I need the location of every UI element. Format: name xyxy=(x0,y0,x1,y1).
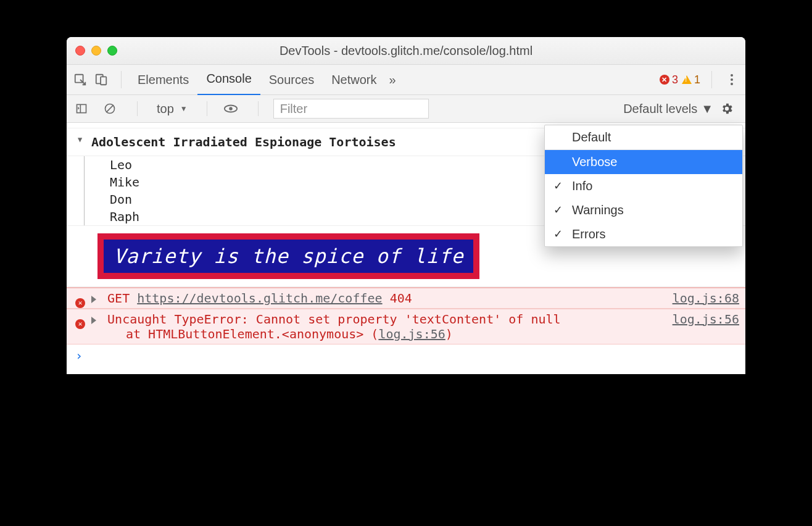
dropdown-item-verbose[interactable]: Verbose xyxy=(545,150,742,174)
dropdown-item-info[interactable]: ✓ Info xyxy=(545,174,742,198)
traffic-lights xyxy=(75,46,117,56)
warning-count-badge[interactable]: 1 xyxy=(682,73,700,86)
dropdown-item-warnings[interactable]: ✓ Warnings xyxy=(545,198,742,222)
svg-point-7 xyxy=(229,107,233,111)
expand-triangle-icon[interactable] xyxy=(91,317,96,324)
error-count-badge[interactable]: ✕ 3 xyxy=(660,73,678,86)
sidebar-toggle-icon[interactable] xyxy=(73,100,90,117)
styled-message: Variety is the spice of life xyxy=(97,233,479,279)
dropdown-label: Warnings xyxy=(572,203,624,217)
error-icon: ✕ xyxy=(75,293,85,308)
console-error-row[interactable]: ✕ Uncaught TypeError: Cannot set propert… xyxy=(67,309,745,344)
levels-label: Default levels xyxy=(623,102,697,116)
log-levels-selector[interactable]: Default levels ▼ xyxy=(623,102,713,116)
http-status: 404 xyxy=(390,291,412,306)
dropdown-label: Default xyxy=(572,130,611,144)
chevron-down-icon: ▼ xyxy=(180,104,188,113)
clear-console-icon[interactable] xyxy=(101,100,118,117)
prompt-chevron-icon: › xyxy=(75,348,83,363)
filter-placeholder: Filter xyxy=(280,102,307,116)
tab-elements[interactable]: Elements xyxy=(129,65,197,94)
minimize-window-button[interactable] xyxy=(91,46,101,56)
group-title: Adolescent Irradiated Espionage Tortoise… xyxy=(91,135,396,149)
console-error-row[interactable]: ✕ GET https://devtools.glitch.me/coffee … xyxy=(67,287,745,309)
check-icon: ✓ xyxy=(553,227,563,241)
console-prompt[interactable]: › xyxy=(67,344,745,374)
warning-count: 1 xyxy=(694,73,700,86)
device-toolbar-icon[interactable] xyxy=(93,71,110,88)
chevron-down-icon: ▼ xyxy=(701,102,713,116)
inspect-element-icon[interactable] xyxy=(72,71,89,88)
request-url[interactable]: https://devtools.glitch.me/coffee xyxy=(137,291,382,306)
context-selector[interactable]: top ▼ xyxy=(152,100,192,118)
error-message: Uncaught TypeError: Cannot set property … xyxy=(107,312,561,327)
warning-icon xyxy=(682,75,692,84)
titlebar: DevTools - devtools.glitch.me/console/lo… xyxy=(67,37,745,65)
log-levels-dropdown: Default Verbose ✓ Info ✓ Warnings ✓ Erro… xyxy=(544,125,743,247)
error-count: 3 xyxy=(672,73,678,86)
error-icon: ✕ xyxy=(75,314,85,329)
svg-line-5 xyxy=(106,105,114,112)
tab-network[interactable]: Network xyxy=(323,65,385,94)
tab-sources[interactable]: Sources xyxy=(260,65,323,94)
console-toolbar: top ▼ Filter Default levels ▼ Default xyxy=(67,95,745,123)
dropdown-item-errors[interactable]: ✓ Errors xyxy=(545,222,742,246)
live-expression-icon[interactable] xyxy=(222,100,239,117)
devtools-window: DevTools - devtools.glitch.me/console/lo… xyxy=(67,37,745,374)
source-link[interactable]: log.js:56 xyxy=(673,312,739,327)
main-tabs: Elements Console Sources Network » ✕ 3 1 xyxy=(67,65,745,95)
more-options-button[interactable] xyxy=(723,74,740,85)
context-value: top xyxy=(157,102,174,116)
svg-rect-2 xyxy=(101,77,106,85)
tabs-overflow[interactable]: » xyxy=(386,65,400,94)
tab-console[interactable]: Console xyxy=(197,64,260,96)
stack-link[interactable]: log.js:56 xyxy=(378,327,445,341)
dropdown-label: Info xyxy=(572,179,592,193)
settings-gear-icon[interactable] xyxy=(718,100,735,117)
expand-triangle-icon[interactable] xyxy=(91,296,96,303)
dropdown-item-default[interactable]: Default xyxy=(545,125,742,150)
check-icon: ✓ xyxy=(553,179,563,193)
error-icon: ✕ xyxy=(660,75,669,85)
source-link[interactable]: log.js:68 xyxy=(673,291,739,306)
disclosure-triangle-icon[interactable]: ▼ xyxy=(78,133,82,147)
http-method: GET xyxy=(107,291,130,306)
dropdown-label: Verbose xyxy=(572,155,617,169)
dropdown-label: Errors xyxy=(572,227,605,241)
filter-input[interactable]: Filter xyxy=(273,99,429,119)
stack-frame: at HTMLButtonElement.<anonymous> (log.js… xyxy=(91,327,453,341)
check-icon: ✓ xyxy=(553,203,563,217)
window-title: DevTools - devtools.glitch.me/console/lo… xyxy=(67,44,745,58)
close-window-button[interactable] xyxy=(75,46,85,56)
zoom-window-button[interactable] xyxy=(107,46,117,56)
